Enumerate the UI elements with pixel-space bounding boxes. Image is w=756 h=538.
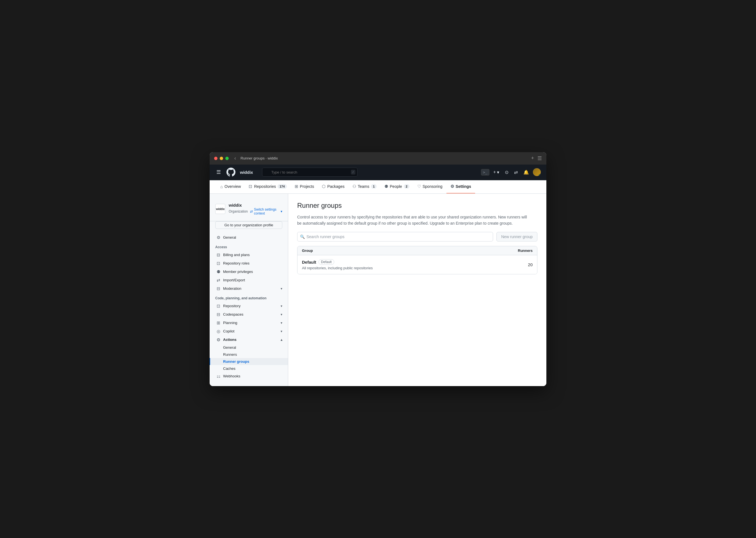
plus-icon: + — [493, 170, 496, 175]
org-logo: widdix — [215, 204, 225, 214]
issues-button[interactable]: ⊙ — [503, 168, 510, 177]
org-info: widdix Organization ⇄ Switch settings co… — [229, 203, 282, 215]
sidebar-item-import-export[interactable]: ⇄ Import/Export — [210, 276, 288, 285]
search-box: 🔍 — [297, 232, 493, 242]
github-logo — [226, 168, 235, 177]
nav-org-name[interactable]: widdix — [240, 170, 253, 175]
overview-icon: ⌂ — [220, 184, 223, 189]
search-box-icon: 🔍 — [300, 235, 305, 239]
subnav-people-label: People — [390, 184, 402, 189]
titlebar-title: Runner groups · widdix — [241, 156, 529, 160]
bell-icon: 🔔 — [523, 170, 529, 175]
table-header: Group Runners — [298, 246, 537, 255]
sponsoring-icon: ♡ — [417, 184, 421, 189]
sidebar-subitem-actions-general[interactable]: General — [210, 344, 288, 351]
sidebar-general-section: ⚙ General — [210, 233, 288, 242]
default-badge: Default — [318, 259, 334, 265]
subnav-projects[interactable]: ⊞ Projects — [291, 180, 318, 193]
notifications-button[interactable]: 🔔 — [522, 168, 531, 177]
pull-requests-button[interactable]: ⇄ — [512, 168, 519, 177]
moderation-chevron-icon: ▾ — [281, 287, 282, 291]
sidebar-item-copilot[interactable]: ◎ Copilot ▾ — [210, 327, 288, 336]
issues-icon: ⊙ — [505, 170, 508, 175]
org-type: Organization ⇄ Switch settings context ▾ — [229, 207, 282, 215]
sidebar-item-actions[interactable]: ⊙ Actions ▴ — [210, 336, 288, 344]
new-runner-group-button[interactable]: New runner group — [496, 232, 538, 242]
repos-count-badge: 174 — [277, 184, 287, 189]
org-name: widdix — [229, 203, 282, 207]
subnav-settings[interactable]: ⚙ Settings — [447, 180, 475, 193]
maximize-button[interactable] — [225, 157, 229, 160]
repo-roles-icon: ⊡ — [216, 261, 221, 266]
billing-icon: ⊟ — [216, 252, 221, 257]
titlebar-actions: + ☰ — [531, 155, 542, 161]
member-priv-icon: ⚉ — [216, 269, 221, 274]
subnav-settings-label: Settings — [456, 184, 471, 189]
go-to-profile-button[interactable]: Go to your organization profile — [215, 221, 282, 229]
subnav-overview-label: Overview — [224, 184, 241, 189]
settings-icon: ⚙ — [450, 184, 454, 189]
sidebar-item-repository[interactable]: ⊡ Repository ▾ — [210, 302, 288, 310]
titlebar-plus-icon[interactable]: + — [531, 155, 534, 161]
planning-icon: ⊞ — [216, 320, 221, 325]
table-row[interactable]: Default Default All repositories, includ… — [298, 255, 537, 274]
sidebar-item-webhooks[interactable]: ⚏ Webhooks — [210, 372, 288, 380]
sidebar-item-codespaces[interactable]: ⊟ Codespaces ▾ — [210, 310, 288, 319]
sidebar-item-billing[interactable]: ⊟ Billing and plans — [210, 251, 288, 259]
row-name: Default — [302, 260, 316, 264]
settings-sidebar: widdix widdix Organization ⇄ Switch sett… — [210, 194, 288, 386]
titlebar: ‹ Runner groups · widdix + ☰ — [210, 152, 546, 165]
col-runners-header: Runners — [504, 248, 533, 253]
sidebar-subitem-caches[interactable]: Caches — [210, 365, 288, 372]
codespaces-chevron-icon: ▾ — [281, 312, 282, 316]
subnav-packages[interactable]: ⬡ Packages — [318, 180, 348, 193]
search-slash-badge: / — [351, 170, 355, 174]
subnav-people[interactable]: ⚉ People 2 — [381, 180, 413, 193]
webhooks-icon: ⚏ — [216, 374, 221, 379]
repository-icon: ⊡ — [216, 303, 221, 309]
teams-count-badge: 1 — [371, 184, 377, 189]
avatar[interactable] — [533, 168, 541, 176]
avatar-status-dot — [539, 174, 541, 176]
switch-context-link[interactable]: Switch settings context ▾ — [254, 207, 282, 215]
people-count-badge: 2 — [404, 184, 409, 189]
import-export-icon: ⇄ — [216, 278, 221, 283]
subnav-packages-label: Packages — [327, 184, 344, 189]
row-description: All repositories, including public repos… — [302, 266, 504, 270]
packages-icon: ⬡ — [322, 184, 325, 189]
terminal-button[interactable]: >_ — [481, 169, 490, 176]
sidebar-item-planning[interactable]: ⊞ Planning ▾ — [210, 319, 288, 327]
sidebar-item-general[interactable]: ⚙ General — [210, 233, 288, 242]
sidebar-item-moderation[interactable]: ⊟ Moderation ▾ — [210, 285, 288, 293]
subnav-repositories[interactable]: ⊡ Repositories 174 — [245, 180, 290, 193]
sidebar-item-repo-roles[interactable]: ⊡ Repository roles — [210, 259, 288, 268]
subnav-sponsoring[interactable]: ♡ Sponsoring — [413, 180, 447, 193]
runner-groups-search-input[interactable] — [297, 232, 493, 242]
search-row: 🔍 New runner group — [297, 232, 538, 242]
main-content: Runner groups Control access to your run… — [288, 194, 546, 386]
subnav-teams[interactable]: ⚇ Teams 1 — [349, 180, 381, 193]
back-button[interactable]: ‹ — [234, 155, 236, 161]
dropdown-arrow: ▾ — [497, 170, 499, 175]
sidebar-subitem-runner-groups[interactable]: Runner groups — [210, 358, 288, 365]
pr-icon: ⇄ — [514, 170, 518, 175]
nav-hamburger-button[interactable]: ☰ — [215, 168, 222, 176]
app-window: ‹ Runner groups · widdix + ☰ ☰ widdix 🔍 … — [210, 152, 546, 386]
subnav-overview[interactable]: ⌂ Overview — [216, 180, 245, 193]
access-section-label: Access — [210, 242, 288, 251]
minimize-button[interactable] — [220, 157, 223, 160]
new-item-button[interactable]: + ▾ — [492, 168, 501, 177]
search-input[interactable] — [262, 168, 357, 177]
row-main: Default Default All repositories, includ… — [302, 259, 504, 270]
close-button[interactable] — [214, 157, 217, 160]
col-group-header: Group — [302, 248, 504, 253]
titlebar-hamburger-icon[interactable]: ☰ — [538, 155, 542, 161]
subnav-projects-label: Projects — [300, 184, 314, 189]
org-header: widdix widdix Organization ⇄ Switch sett… — [210, 199, 288, 221]
sidebar-item-member-priv[interactable]: ⚉ Member privileges — [210, 268, 288, 276]
repository-chevron-icon: ▾ — [281, 304, 282, 308]
nav-icons: >_ + ▾ ⊙ ⇄ 🔔 — [481, 168, 541, 177]
sidebar-subitem-runners[interactable]: Runners — [210, 351, 288, 358]
copilot-icon: ◎ — [216, 329, 221, 334]
runner-groups-table: Group Runners Default Default All reposi… — [297, 246, 538, 274]
